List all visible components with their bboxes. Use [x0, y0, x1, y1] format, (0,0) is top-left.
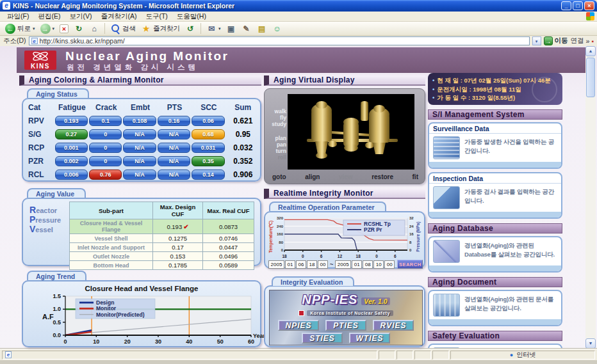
date-input[interactable]: 2005 [335, 260, 351, 269]
status-value-cell[interactable]: N/A [123, 170, 156, 180]
status-value-cell[interactable]: 0.193 [55, 116, 88, 126]
viewer-control-pan[interactable]: pan [268, 141, 286, 148]
status-value-cell[interactable]: 0.031 [192, 143, 224, 153]
menu-item[interactable]: 도구(T) [141, 12, 172, 22]
status-value-cell[interactable]: 0.27 [55, 129, 88, 139]
menu-item[interactable]: 즐겨찾기(A) [96, 12, 141, 22]
close-button[interactable]: × [584, 1, 594, 10]
card-aging-document[interactable]: 경년열화(Aging)와 관련된 문서를 살펴보는 공간입니다. [428, 290, 562, 326]
viewer-action-goto[interactable]: goto [272, 173, 286, 180]
date-input[interactable]: 00 [318, 260, 328, 269]
address-dropdown[interactable]: ▾ [532, 36, 541, 45]
date-input[interactable]: 06 [296, 260, 306, 269]
viewer-action-fit[interactable]: fit [413, 173, 418, 180]
viewer-3d-viewport[interactable] [288, 94, 414, 170]
value-row: Bottom Head0.17850.0589 [70, 261, 254, 270]
scroll-down-button[interactable]: ▼ [585, 338, 596, 349]
favorites-button[interactable]: ★즐겨찾기 [139, 23, 182, 35]
menu-item[interactable]: 보기(V) [65, 12, 96, 22]
card-footer [429, 162, 561, 168]
address-input[interactable]: e http://kins.skku.ac.kr/nppam/ [29, 36, 530, 45]
status-value-cell[interactable]: 0.108 [123, 116, 156, 126]
status-value-cell[interactable]: N/A [123, 156, 156, 166]
npies-button[interactable]: NPIES [278, 320, 319, 331]
viewer-control-walk[interactable]: walk [268, 108, 286, 115]
banner-version: Ver. 1.0 [361, 297, 389, 305]
date-input[interactable]: 00 [384, 260, 395, 269]
status-value-cell[interactable]: 0.35 [192, 156, 224, 166]
go-button[interactable]: → 이동 [544, 36, 568, 45]
tab-integrity-evaluation[interactable]: Integrity Evaluation [272, 276, 354, 286]
rvies-button[interactable]: RVIES [373, 320, 414, 331]
kins-logo[interactable]: KINS [24, 51, 56, 70]
edit-button[interactable]: ✎ [240, 23, 254, 35]
history-button[interactable]: ↺ [183, 23, 197, 35]
tab-aging-value[interactable]: Aging Value [27, 188, 86, 198]
menu-item[interactable]: 파일(F) [3, 12, 33, 22]
status-value-cell[interactable]: 0.16 [158, 116, 190, 126]
status-value-cell[interactable]: 0.006 [55, 170, 88, 180]
status-value-cell[interactable]: N/A [158, 156, 190, 166]
status-value-cell[interactable]: 0 [89, 129, 122, 139]
notes-button[interactable]: ▤ [255, 23, 269, 35]
status-value-cell[interactable]: N/A [158, 129, 190, 139]
status-value-cell[interactable]: 0.68 [192, 129, 224, 139]
mail-button[interactable]: ✉▾ [204, 23, 223, 35]
status-value-cell[interactable]: 0 [89, 156, 122, 166]
tab-aging-status[interactable]: Aging Status [27, 88, 89, 98]
value-row: Outlet Nozzle0.1530.0496 [70, 252, 254, 261]
search-button[interactable]: 검색 [108, 23, 138, 35]
forward-button[interactable]: →▾ [38, 23, 57, 35]
tab-aging-trend[interactable]: Aging Trend [27, 271, 86, 280]
card-aging-database[interactable]: 경년열화(Aging)와 관련된 Database를 살펴보는 공간입니다. [428, 236, 562, 273]
viewer-action-align[interactable]: align [305, 173, 320, 180]
viewer-control-turn[interactable]: turn [268, 148, 286, 154]
links-toolbar[interactable]: 연결 » ▪ [571, 36, 594, 45]
status-value-cell[interactable]: N/A [158, 143, 190, 153]
tab-realtime-operation[interactable]: Realtime Operation Parameter [269, 202, 386, 211]
home-button[interactable]: ⌂ [87, 23, 101, 35]
titlebar[interactable]: e KINS - Nuclear Aging Monitoring System… [0, 0, 597, 12]
card-inspection-data[interactable]: Inspection Data가동중 검사 결과를 입력하는 공간입니다. [428, 172, 562, 219]
viewer-control-fly[interactable]: fly [268, 115, 286, 121]
viewer-control-study[interactable]: study [268, 121, 286, 127]
status-value-cell[interactable]: N/A [158, 170, 190, 180]
viewer-action-view[interactable]: view [339, 173, 353, 180]
date-input[interactable]: 10 [373, 260, 384, 269]
date-input[interactable]: 2005 [268, 260, 284, 269]
back-button[interactable]: ←뒤로▾ [3, 23, 37, 35]
stop-button[interactable]: × [58, 24, 70, 34]
print-button[interactable]: ▣ [224, 23, 238, 35]
status-value-cell[interactable]: 0.1 [89, 116, 122, 126]
minimize-button[interactable]: _ [561, 1, 571, 10]
maximize-button[interactable]: □ [573, 1, 583, 10]
status-value-cell[interactable]: 0.001 [55, 143, 88, 153]
pties-button[interactable]: PTIES [325, 320, 366, 331]
vertical-scrollbar[interactable]: ▲ ▼ [585, 46, 596, 349]
search-button[interactable]: SEARCH [397, 260, 423, 269]
date-input[interactable]: 08 [363, 260, 373, 269]
menu-item[interactable]: 편집(E) [33, 12, 65, 22]
menu-item[interactable]: 도움말(H) [172, 12, 211, 22]
viewer-control-plan[interactable]: plan [268, 135, 286, 141]
status-value-cell[interactable]: 0.14 [192, 170, 224, 180]
npp-ies-banner[interactable]: NPP-IESVer. 1.0 Korea Institute of Nucle… [269, 290, 423, 345]
viewer-action-restore[interactable]: restore [372, 173, 393, 180]
status-value-cell[interactable]: 0 [89, 143, 122, 153]
status-value-cell[interactable]: 0.002 [55, 156, 88, 166]
date-input[interactable]: 01 [352, 260, 362, 269]
messenger-button[interactable]: ☺ [270, 23, 284, 35]
refresh-button[interactable]: ↻ [72, 23, 86, 35]
card-surveillance-data[interactable]: Surveillance Data가동중 발생한 사건을 입력하는 공간입니다. [428, 122, 562, 169]
viewer-control-roll[interactable]: roll [268, 154, 286, 161]
date-input[interactable]: 01 [285, 260, 295, 269]
status-value-cell[interactable]: N/A [123, 129, 156, 139]
status-value-cell[interactable]: 0.06 [192, 116, 224, 126]
status-value-cell[interactable]: N/A [123, 143, 156, 153]
date-input[interactable]: 18 [307, 260, 317, 269]
wties-button[interactable]: WTIES [349, 333, 390, 344]
sties-button[interactable]: STIES [302, 333, 343, 344]
scroll-up-button[interactable]: ▲ [585, 46, 596, 56]
scrollbar-thumb[interactable] [586, 58, 595, 97]
status-value-cell[interactable]: 0.76 [89, 170, 122, 180]
